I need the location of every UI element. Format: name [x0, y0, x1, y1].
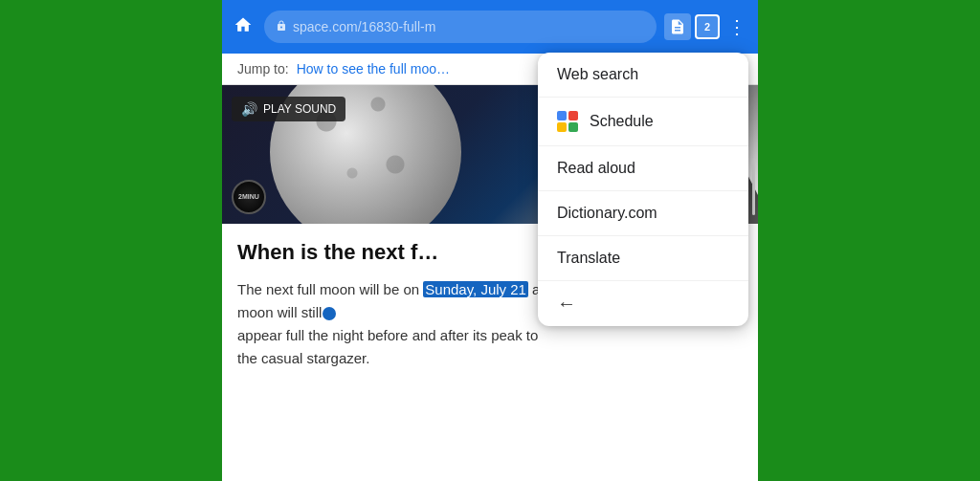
play-sound-button[interactable]: 🔊 PLAY SOUND	[232, 97, 345, 121]
menu-item-translate[interactable]: Translate	[538, 236, 748, 281]
menu-item-dictionary[interactable]: Dictionary.com	[538, 191, 748, 236]
selection-handle-right	[323, 307, 336, 320]
dictionary-label: Dictionary.com	[557, 205, 657, 222]
volume-icon: 🔊	[241, 101, 257, 117]
home-icon[interactable]	[230, 15, 256, 39]
menu-item-web-search[interactable]: Web search	[538, 53, 748, 98]
context-menu: Web search Schedule Read aloud Dictionar…	[538, 53, 748, 326]
back-arrow-icon: ←	[557, 293, 576, 315]
tab-count-button[interactable]: 2	[695, 14, 720, 39]
address-bar[interactable]: space.com/16830-full-m	[264, 11, 657, 43]
menu-item-schedule[interactable]: Schedule	[538, 98, 748, 146]
body-highlight: Sunday, July 21	[423, 281, 528, 297]
read-aloud-label: Read aloud	[557, 160, 635, 177]
menu-back-button[interactable]: ←	[538, 281, 748, 326]
body-prefix: The next full moon will be on	[237, 281, 423, 297]
address-text: space.com/16830-full-m	[293, 19, 435, 34]
video-badge: 2MINU	[232, 180, 266, 214]
body-end: the casual stargazer.	[237, 350, 369, 366]
menu-item-read-aloud[interactable]: Read aloud	[538, 146, 748, 191]
web-search-label: Web search	[557, 66, 638, 83]
address-domain: space.com	[293, 19, 358, 34]
scrollbar	[752, 158, 755, 215]
reader-icon[interactable]	[664, 13, 691, 40]
schedule-label: Schedule	[590, 113, 654, 130]
jump-to-label: Jump to:	[237, 61, 289, 77]
calendar-icon	[557, 111, 578, 132]
body-suffix-part: moon will still	[237, 304, 322, 320]
address-path: /16830-full-m	[358, 19, 436, 34]
body-continuation: appear full the night before and after i…	[237, 327, 538, 343]
browser-actions: 2 ⋮	[664, 11, 750, 42]
play-sound-label: PLAY SOUND	[263, 102, 336, 116]
translate-label: Translate	[557, 250, 620, 267]
phone-container: space.com/16830-full-m 2 ⋮ Jump to: How …	[222, 0, 758, 481]
more-menu-icon[interactable]: ⋮	[724, 11, 750, 42]
jump-to-link[interactable]: How to see the full moo…	[297, 61, 450, 77]
lock-icon	[276, 20, 287, 34]
browser-chrome: space.com/16830-full-m 2 ⋮	[222, 0, 758, 54]
